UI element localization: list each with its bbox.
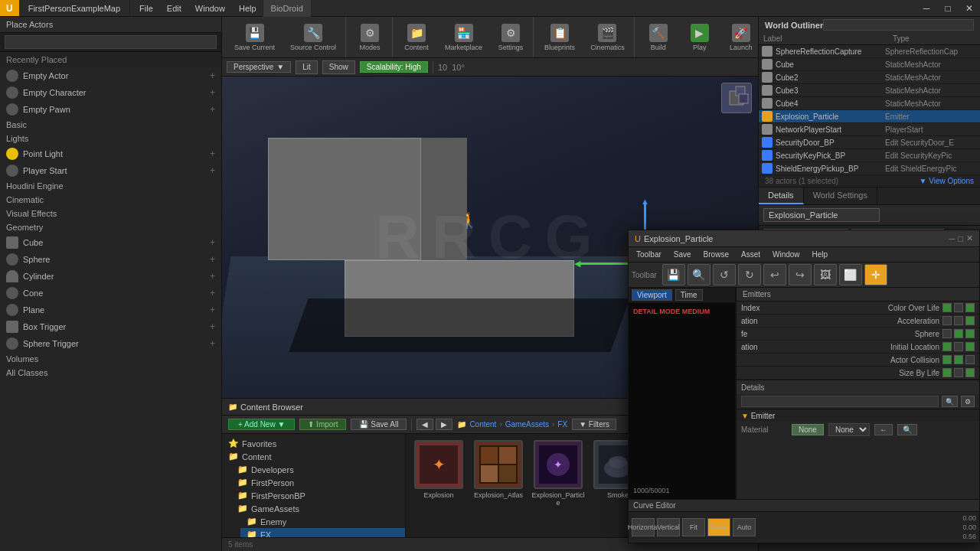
- filters-button[interactable]: ▼ Filters: [572, 419, 616, 430]
- file-explosion-atlas[interactable]: Explosion_Atlas: [472, 440, 525, 507]
- cinematics-button[interactable]: 🎬 Cinematics: [584, 19, 631, 56]
- place-item-plane[interactable]: Plane +: [0, 302, 221, 318]
- minimize-button[interactable]: ─: [916, 0, 937, 17]
- actor-name-input[interactable]: [763, 208, 880, 222]
- marketplace-button[interactable]: 🏪 Marketplace: [439, 19, 488, 56]
- table-row[interactable]: Cube StaticMeshActor: [759, 58, 980, 71]
- perspective-button[interactable]: Perspective ▼: [227, 61, 291, 73]
- menu-edit[interactable]: Edit: [161, 2, 188, 15]
- pe-material-value-button[interactable]: None: [792, 424, 824, 435]
- pe-menu-help[interactable]: Help: [809, 250, 831, 259]
- file-explosion[interactable]: ✦ Explosion: [412, 440, 466, 507]
- pe-search-details-input[interactable]: [741, 396, 939, 407]
- editor-tab[interactable]: FirstPersonExampleMap: [19, 0, 130, 16]
- menu-window[interactable]: Window: [189, 2, 231, 15]
- pe-thumbnail-button[interactable]: 🖼: [814, 264, 837, 285]
- pe-menu-toolbar[interactable]: Toolbar: [633, 250, 665, 259]
- pe-menu-save[interactable]: Save: [671, 250, 694, 259]
- table-row[interactable]: ShieldEnergyPickup_BP Edit ShieldEnergyP…: [759, 162, 980, 175]
- launch-button[interactable]: 🚀 Launch: [722, 19, 760, 56]
- table-row[interactable]: SecurityDoor_BP Edit SecurityDoor_E: [759, 136, 980, 149]
- pe-origin-axis-button[interactable]: ✛: [864, 264, 887, 285]
- settings-button[interactable]: ⚙ Settings: [492, 19, 530, 56]
- tab-world-settings[interactable]: World Settings: [804, 187, 877, 204]
- pe-save-button[interactable]: 💾: [662, 264, 685, 285]
- category-basic[interactable]: Basic: [0, 118, 221, 132]
- table-row[interactable]: Cube4 StaticMeshActor: [759, 97, 980, 110]
- file-explosion-particle[interactable]: ✦ Explosion_Particle: [531, 440, 585, 507]
- blueprints-button[interactable]: 📋 Blueprints: [538, 19, 581, 56]
- pe-close-button[interactable]: ✕: [966, 233, 973, 243]
- pe-undo-button[interactable]: ↩: [763, 264, 786, 285]
- category-visual-effects[interactable]: Visual Effects: [0, 207, 221, 220]
- pe-bounds-button[interactable]: ⬜: [839, 264, 862, 285]
- pe-emitter-size-by-life[interactable]: Size By Life: [737, 367, 979, 380]
- category-all-classes[interactable]: All Classes: [0, 366, 221, 380]
- pe-viewport[interactable]: DETAIL MODE MEDIUM 1000/50001 🌿: [629, 303, 735, 499]
- pe-emitter-sphere[interactable]: fe Sphere: [737, 328, 979, 341]
- build-button[interactable]: 🔨 Build: [639, 19, 678, 56]
- pe-emitter-acceleration[interactable]: ation Acceleration: [737, 315, 979, 328]
- category-cinematic[interactable]: Cinematic: [0, 193, 221, 207]
- path-fx[interactable]: FX: [557, 420, 567, 429]
- pe-search-btn[interactable]: 🔍: [942, 396, 958, 407]
- table-row[interactable]: NetworkPlayerStart PlayerStart: [759, 123, 980, 136]
- tree-developers[interactable]: 📁 Developers: [231, 463, 405, 476]
- save-all-button[interactable]: 💾 Save All: [351, 419, 407, 430]
- pe-menu-asset[interactable]: Asset: [738, 250, 763, 259]
- play-button[interactable]: ▶ Play: [681, 19, 719, 56]
- pe-menu-window[interactable]: Window: [769, 250, 803, 259]
- table-row[interactable]: SphereReflectionCapture SphereReflection…: [759, 45, 980, 58]
- place-item-cone[interactable]: Cone +: [0, 285, 221, 302]
- tree-firstpersonbp[interactable]: 📁 FirstPersonBP: [231, 489, 405, 502]
- scalability-button[interactable]: Scalability: High: [360, 61, 428, 73]
- pe-time-btn[interactable]: Time: [675, 289, 703, 301]
- path-content[interactable]: Content: [469, 420, 496, 429]
- place-item-cylinder[interactable]: Cylinder +: [0, 268, 221, 285]
- pe-fit-button[interactable]: Fit: [682, 518, 705, 536]
- table-row[interactable]: Cube3 StaticMeshActor: [759, 84, 980, 97]
- show-button[interactable]: Show: [322, 60, 355, 74]
- pe-menu-browse[interactable]: Browse: [701, 250, 732, 259]
- pe-viewport-btn[interactable]: Viewport: [632, 289, 672, 301]
- forward-button[interactable]: ▶: [436, 419, 452, 430]
- category-lights[interactable]: Lights: [0, 132, 221, 145]
- place-item-box-trigger[interactable]: Box Trigger +: [0, 318, 221, 335]
- path-gameassets[interactable]: GameAssets: [505, 420, 549, 429]
- menu-file[interactable]: File: [133, 2, 159, 15]
- pe-horizontal-button[interactable]: Horizontal: [632, 518, 655, 536]
- table-row[interactable]: Explosion_Particle Emitter: [759, 110, 980, 123]
- place-item-sphere[interactable]: Sphere +: [0, 251, 221, 268]
- pe-vertical-button[interactable]: Vertical: [657, 518, 680, 536]
- lit-button[interactable]: Lit: [296, 60, 318, 74]
- pe-material-search-button[interactable]: 🔍: [897, 424, 917, 435]
- pe-filter-btn[interactable]: ⚙: [961, 396, 975, 407]
- pe-material-pick-button[interactable]: ←: [874, 424, 893, 435]
- content-button[interactable]: 📁 Content: [397, 19, 436, 56]
- pe-emitter-index[interactable]: Index Color Over Life: [737, 302, 979, 315]
- back-button[interactable]: ◀: [416, 419, 433, 430]
- tree-gameassets[interactable]: 📁 GameAssets: [231, 502, 405, 515]
- tree-fx[interactable]: 📁 FX: [240, 528, 405, 537]
- place-item-empty-actor[interactable]: Empty Actor +: [0, 67, 221, 84]
- tree-enemy[interactable]: 📁 Enemy: [240, 515, 405, 528]
- place-item-point-light[interactable]: Point Light +: [0, 145, 221, 162]
- place-search-input[interactable]: [5, 35, 217, 49]
- pe-emitter-initial-location[interactable]: ation Initial Location: [737, 341, 979, 354]
- import-button[interactable]: ⬆ Import: [299, 419, 346, 430]
- place-item-empty-character[interactable]: Empty Character +: [0, 84, 221, 101]
- category-geometry[interactable]: Geometry: [0, 220, 221, 234]
- category-volumes[interactable]: Volumes: [0, 352, 221, 366]
- add-new-button[interactable]: + Add New ▼: [228, 419, 295, 430]
- tab-details[interactable]: Details: [759, 187, 804, 204]
- place-item-cube[interactable]: Cube +: [0, 234, 221, 251]
- tree-content[interactable]: 📁 Content: [222, 450, 405, 463]
- pe-redo-button[interactable]: ↪: [789, 264, 812, 285]
- place-item-player-start[interactable]: Player Start +: [0, 162, 221, 179]
- table-row[interactable]: SecurityKeyPick_BP Edit SecurityKeyPic: [759, 149, 980, 162]
- place-item-sphere-trigger[interactable]: Sphere Trigger +: [0, 335, 221, 352]
- maximize-button[interactable]: □: [937, 0, 959, 17]
- close-button[interactable]: ✕: [959, 0, 980, 17]
- tree-favorites[interactable]: ⭐ Favorites: [222, 437, 405, 450]
- table-row[interactable]: Cube2 StaticMeshActor: [759, 71, 980, 84]
